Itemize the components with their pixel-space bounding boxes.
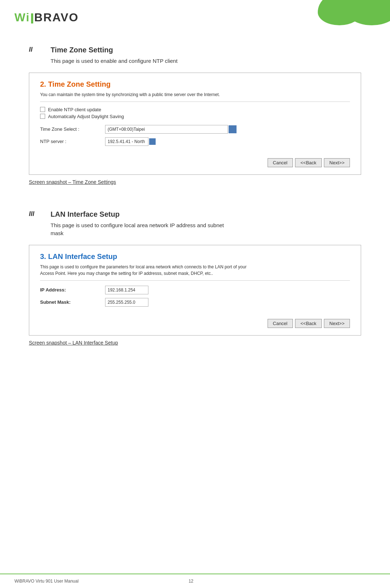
- timezone-cancel-button[interactable]: Cancel: [268, 158, 293, 167]
- footer-page: 12: [79, 579, 303, 584]
- ip-row: IP Address:: [40, 286, 350, 294]
- lan-panel: 3. LAN Interface Setup This page is used…: [29, 245, 361, 336]
- checkbox-ntp-enable-box[interactable]: [40, 107, 45, 112]
- logo-wi: Wi: [14, 11, 30, 24]
- section2-desc: This page is used to enable and configur…: [51, 57, 361, 65]
- timezone-caption: Screen snapshot – Time Zone Settings: [29, 179, 361, 185]
- timezone-button-row: Cancel <<Back Next>>: [40, 155, 350, 167]
- lan-button-row: Cancel <<Back Next>>: [40, 315, 350, 328]
- timezone-label: Time Zone Select :: [40, 126, 105, 132]
- section3-number: III: [29, 210, 40, 218]
- ntp-label: NTP server :: [40, 139, 105, 144]
- checkbox-daylight-label: Automatically Adjust Daylight Saving: [48, 114, 124, 119]
- subnet-label: Subnet Mask:: [40, 299, 105, 305]
- timezone-panel-subtitle: You can maintain the system time by sync…: [40, 91, 350, 102]
- section2-header: II Time Zone Setting: [29, 46, 361, 54]
- checkbox-daylight-box[interactable]: [40, 114, 45, 119]
- section2-title: Time Zone Setting: [51, 46, 113, 54]
- timezone-panel-title: 2. Time Zone Setting: [40, 80, 350, 88]
- checkbox-group: Enable NTP client update Automatically A…: [40, 107, 350, 119]
- footer-brand: WiBRAVO Virtu 901 User Manual: [14, 579, 79, 584]
- checkbox-ntp-enable-label: Enable NTP client update: [48, 107, 101, 112]
- main-content: II Time Zone Setting This page is used t…: [0, 28, 390, 367]
- ntp-select-btn[interactable]: [149, 138, 156, 145]
- ip-label: IP Address:: [40, 287, 105, 293]
- lan-cancel-button[interactable]: Cancel: [268, 319, 293, 328]
- lan-back-button[interactable]: <<Back: [295, 319, 322, 328]
- logo-bar: [31, 13, 33, 23]
- timezone-row: Time Zone Select :: [40, 125, 350, 134]
- lan-panel-title: 3. LAN Interface Setup: [40, 252, 350, 261]
- ntp-row: NTP server :: [40, 137, 350, 146]
- timezone-panel: 2. Time Zone Setting You can maintain th…: [29, 73, 361, 175]
- logo: WiBRAVO: [14, 11, 79, 24]
- header-decoration: [282, 0, 390, 29]
- footer: WiBRAVO Virtu 901 User Manual 12: [0, 574, 390, 588]
- section3-header: III LAN Interface Setup: [29, 210, 361, 219]
- subnet-input[interactable]: [105, 298, 148, 307]
- timezone-select-btn[interactable]: [229, 125, 237, 133]
- lan-panel-subtitle: This page is used to configure the param…: [40, 264, 350, 281]
- checkbox-daylight[interactable]: Automatically Adjust Daylight Saving: [40, 114, 350, 119]
- lan-caption: Screen snapshot – LAN Interface Setup: [29, 340, 361, 346]
- subnet-row: Subnet Mask:: [40, 298, 350, 307]
- timezone-input[interactable]: [105, 125, 228, 134]
- section3-title: LAN Interface Setup: [51, 210, 120, 219]
- checkbox-ntp-enable[interactable]: Enable NTP client update: [40, 107, 350, 112]
- section3-desc: This page is used to configure local are…: [51, 221, 361, 238]
- timezone-next-button[interactable]: Next>>: [324, 158, 350, 167]
- lan-next-button[interactable]: Next>>: [324, 319, 350, 328]
- ntp-input[interactable]: [105, 137, 148, 146]
- logo-bravo: BRAVO: [34, 11, 79, 24]
- ip-input[interactable]: [105, 286, 148, 294]
- section2-number: II: [29, 46, 40, 53]
- timezone-back-button[interactable]: <<Back: [295, 158, 322, 167]
